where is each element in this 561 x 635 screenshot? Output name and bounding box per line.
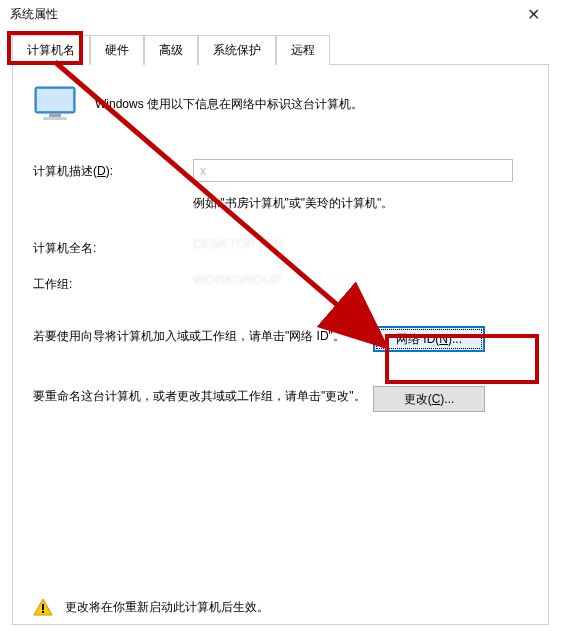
notice-text: 更改将在你重新启动此计算机后生效。 [65,599,269,616]
svg-rect-5 [42,604,44,610]
text-network-id: 若要使用向导将计算机加入域或工作组，请单击"网络 ID"。 [33,326,373,346]
label-computer-description: 计算机描述(D): [33,159,193,180]
restart-notice: 更改将在你重新启动此计算机后生效。 [33,598,269,616]
svg-rect-1 [37,89,73,111]
title-bar: 系统属性 ✕ [0,0,561,28]
network-id-button[interactable]: 网络 ID(N)... [373,326,485,352]
input-computer-description[interactable] [193,159,513,182]
window-title: 系统属性 [10,6,58,23]
row-workgroup: 工作组: WORKGROUP [33,272,528,298]
row-change: 要重命名这台计算机，或者更改其域或工作组，请单击"更改"。 更改(C)... [33,386,528,412]
intro-row: Windows 使用以下信息在网络中标识这台计算机。 [33,85,528,123]
label-full-name: 计算机全名: [33,236,193,257]
svg-rect-2 [49,113,61,117]
tab-advanced[interactable]: 高级 [144,35,198,65]
tab-strip: 计算机名 硬件 高级 系统保护 远程 [12,34,549,65]
close-icon[interactable]: ✕ [513,5,553,24]
tab-hardware[interactable]: 硬件 [90,35,144,65]
label-workgroup: 工作组: [33,272,193,293]
intro-text: Windows 使用以下信息在网络中标识这台计算机。 [95,96,363,113]
monitor-icon [33,85,77,123]
tab-system-protection[interactable]: 系统保护 [198,35,276,65]
change-button[interactable]: 更改(C)... [373,386,485,412]
description-hint: 例如:"书房计算机"或"美玲的计算机"。 [193,195,528,212]
text-change: 要重命名这台计算机，或者更改其域或工作组，请单击"更改"。 [33,386,373,406]
tab-remote[interactable]: 远程 [276,35,330,65]
row-network-id: 若要使用向导将计算机加入域或工作组，请单击"网络 ID"。 网络 ID(N)..… [33,326,528,352]
value-full-name: DESKTOP JDS [193,236,283,251]
tab-computer-name[interactable]: 计算机名 [12,35,90,65]
svg-rect-3 [43,117,67,120]
row-computer-description: 计算机描述(D): [33,159,528,185]
row-full-name: 计算机全名: DESKTOP JDS [33,236,528,262]
svg-rect-6 [42,611,44,613]
warning-icon [33,598,53,616]
tab-panel: Windows 使用以下信息在网络中标识这台计算机。 计算机描述(D): 例如:… [12,65,549,625]
value-workgroup: WORKGROUP [193,272,281,287]
